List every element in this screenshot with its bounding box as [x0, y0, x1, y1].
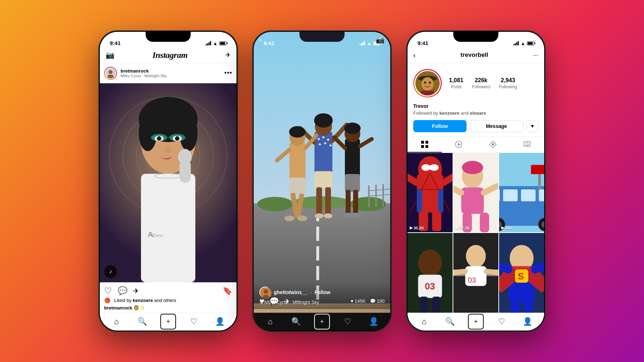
grid-item-2[interactable]: ▶37.3K: [453, 153, 498, 233]
nav-heart-2[interactable]: ♡: [340, 314, 356, 329]
svg-point-44: [330, 144, 332, 147]
profile-stat-following[interactable]: 2,943 Following: [499, 77, 517, 89]
svg-rect-86: [421, 145, 424, 148]
svg-point-137: [466, 245, 486, 267]
svg-text:03: 03: [425, 281, 435, 291]
followed-user2[interactable]: eloears: [470, 110, 486, 116]
nav-home-1[interactable]: ⌂: [108, 314, 124, 329]
status-time-3: 9:41: [418, 40, 428, 46]
svg-rect-147: [510, 301, 519, 313]
svg-point-19: [178, 149, 192, 165]
svg-point-80: [421, 77, 434, 91]
svg-rect-100: [438, 189, 443, 212]
svg-point-43: [324, 142, 326, 144]
profile-stat-followers[interactable]: 226k Followers: [472, 77, 490, 89]
svg-point-128: [418, 249, 442, 276]
post-header: bretmanrock Miley Cyrus · Midnight Sky •…: [100, 63, 236, 83]
save-icon[interactable]: 🔖: [223, 286, 232, 296]
comment-icon[interactable]: 💬: [118, 286, 127, 296]
svg-rect-69: [345, 174, 360, 192]
nav-profile-2[interactable]: 👤: [366, 314, 382, 329]
grid-item-3[interactable]: ▶45K: [499, 153, 544, 233]
svg-rect-110: [461, 187, 484, 214]
svg-rect-84: [421, 141, 424, 144]
svg-point-13: [157, 136, 161, 141]
message-button[interactable]: Message: [469, 120, 523, 132]
svg-rect-49: [314, 171, 332, 189]
svg-point-9: [180, 115, 198, 151]
nav-search-3[interactable]: 🔍: [442, 314, 458, 329]
reel-more-icon[interactable]: ···: [295, 297, 301, 305]
back-icon-3[interactable]: ‹: [413, 51, 416, 59]
reel-comment-icon[interactable]: 💬: [269, 297, 279, 306]
grid-item-5[interactable]: 03: [453, 233, 498, 313]
grid-item-4[interactable]: 03: [408, 233, 453, 313]
tab-reels[interactable]: [442, 137, 476, 153]
svg-rect-119: [521, 189, 536, 201]
grid-count-1: ▶30.2K: [410, 225, 424, 230]
svg-point-90: [492, 143, 494, 145]
followed-user1[interactable]: kenzoere: [439, 110, 459, 116]
post-caption: bretmanrock 🦁✨: [100, 305, 236, 313]
liked-username[interactable]: kenzoere: [133, 298, 153, 303]
svg-point-1: [107, 74, 114, 79]
caption-text: 🦁✨: [133, 305, 145, 311]
tab-tagged[interactable]: [476, 137, 510, 153]
svg-point-82: [429, 81, 431, 84]
svg-rect-35: [382, 184, 384, 207]
svg-rect-130: [419, 297, 428, 313]
svg-rect-117: [499, 189, 500, 201]
nav-home-2[interactable]: ⌂: [262, 314, 278, 329]
nav-add-1[interactable]: +: [160, 314, 176, 329]
share-icon[interactable]: ✈: [133, 287, 139, 295]
reels-camera-icon[interactable]: 📷: [376, 35, 385, 44]
svg-rect-118: [503, 189, 518, 201]
svg-point-53: [324, 213, 332, 218]
tab-mentions[interactable]: [510, 137, 545, 153]
reel-scene: [254, 32, 390, 303]
svg-rect-70: [346, 190, 351, 215]
more-icon-3[interactable]: ···: [533, 51, 538, 59]
post-username[interactable]: bretmanrock: [121, 68, 221, 74]
wifi-icon-3: ▲: [521, 41, 525, 46]
grid-item-6[interactable]: S: [499, 233, 544, 313]
caption-username[interactable]: bretmanrock: [104, 305, 132, 311]
post-likes: Liked by kenzoere and others: [100, 297, 236, 305]
tab-grid[interactable]: [408, 137, 442, 153]
follow-button[interactable]: Follow: [413, 120, 467, 132]
nav-home-3[interactable]: ⌂: [416, 314, 432, 329]
camera-icon[interactable]: 📷: [106, 51, 114, 59]
nav-add-2[interactable]: +: [314, 314, 330, 329]
nav-heart-1[interactable]: ♡: [186, 314, 202, 329]
nav-search-2[interactable]: 🔍: [288, 314, 304, 329]
nav-profile-3[interactable]: 👤: [520, 314, 536, 329]
svg-rect-64: [345, 139, 360, 178]
more-icon[interactable]: •••: [224, 69, 232, 77]
send-icon[interactable]: ✈: [225, 51, 231, 59]
reel-share-icon[interactable]: ✈: [284, 297, 290, 306]
reel-comment-count: 💬 190: [370, 298, 385, 304]
nav-heart-3[interactable]: ♡: [494, 314, 509, 329]
svg-text:C: C: [152, 233, 156, 238]
like-icon[interactable]: ♡: [104, 286, 112, 296]
svg-text:S: S: [518, 271, 524, 281]
nav-add-3[interactable]: +: [468, 314, 484, 329]
followers-count: 226k: [475, 77, 488, 84]
post-subtitle: Miley Cyrus · Midnight Sky: [121, 74, 221, 78]
svg-rect-99: [417, 189, 422, 212]
svg-point-62: [284, 215, 294, 221]
svg-point-66: [344, 123, 361, 134]
grid-item-1[interactable]: ▶30.2K: [408, 153, 453, 233]
dropdown-button[interactable]: ▾: [526, 120, 538, 132]
svg-point-106: [429, 164, 439, 171]
profile-stats: 1,081 Posts 226k Followers 2,943 Followi…: [449, 77, 517, 89]
back-icon-2[interactable]: ‹: [259, 35, 262, 44]
reel-like-icon[interactable]: ♥: [259, 296, 264, 306]
grid-count-2: ▶37.3K: [455, 225, 470, 230]
svg-point-52: [315, 213, 323, 218]
svg-text:03: 03: [468, 276, 476, 284]
nav-profile-1[interactable]: 👤: [212, 314, 228, 329]
reels-container: 9:41 ▲ ‹ Reels 📷: [254, 32, 390, 331]
post-user-info: bretmanrock Miley Cyrus · Midnight Sky: [121, 68, 221, 78]
nav-search-1[interactable]: 🔍: [135, 314, 150, 329]
